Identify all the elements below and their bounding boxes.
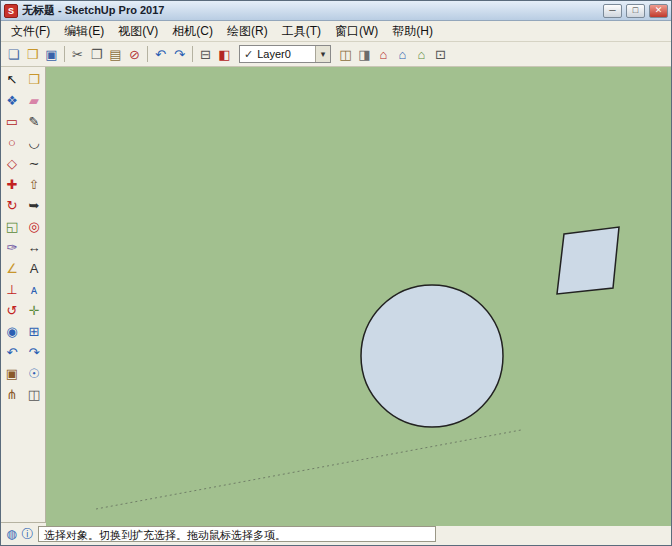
section-plane-tool[interactable]: ◫ [23,384,45,405]
menu-file[interactable]: 文件(F) [4,22,57,41]
sketchup-window: S 无标题 - SketchUp Pro 2017 ─ □ ✕ 文件(F)编辑(… [0,0,672,546]
share-model-icon[interactable]: ⌂ [393,45,412,64]
scale-tool[interactable]: ◱ [1,216,23,237]
arc-tool[interactable]: ◡ [23,132,45,153]
status-tip: 选择对象。切换到扩充选择。拖动鼠标选择多项。 [38,526,436,542]
follow-me-tool[interactable]: ➥ [23,195,45,216]
move-tool[interactable]: ✚ [1,174,23,195]
circle-shape[interactable] [361,285,503,427]
components-icon[interactable]: ◫ [336,45,355,64]
rectangle-tool[interactable]: ▭ [1,111,23,132]
zoom-extents-tool[interactable]: ⊞ [23,321,45,342]
next-view-tool[interactable]: ↷ [23,342,45,363]
make-component-tool[interactable]: ❒ [23,69,45,90]
sketchup-logo-icon: S [4,4,18,18]
new-button[interactable]: ❏ [4,45,23,64]
toolbar-separator [64,46,65,62]
3d-warehouse-icon[interactable]: ⌂ [374,45,393,64]
active-layer-check-icon: ✓ [244,48,253,61]
line-tool[interactable]: ✎ [23,111,45,132]
toolbar-separator [147,46,148,62]
save-button[interactable]: ▣ [42,45,61,64]
position-camera-tool[interactable]: ▣ [1,363,23,384]
print-button[interactable]: ⊟ [196,45,215,64]
minimize-button[interactable]: ─ [603,4,622,18]
circle-tool[interactable]: ○ [1,132,23,153]
paint-bucket-tool[interactable]: ❖ [1,90,23,111]
orbit-tool[interactable]: ↺ [1,300,23,321]
square-shape[interactable] [557,227,619,294]
main-area: ↖❒❖▰▭✎○◡◇∼✚⇧↻➥◱◎✑↔∠A⊥ᴀ↺✛◉⊞↶↷▣☉⋔◫ [1,67,671,522]
menu-edit[interactable]: 编辑(E) [57,22,111,41]
model-info-icon[interactable]: ⊡ [431,45,450,64]
menu-draw[interactable]: 绘图(R) [220,22,275,41]
eraser-tool[interactable]: ▰ [23,90,45,111]
close-button[interactable]: ✕ [649,4,668,18]
push-pull-tool[interactable]: ⇧ [23,174,45,195]
menu-view[interactable]: 视图(V) [111,22,165,41]
layers-manager-button[interactable]: ◧ [215,45,234,64]
zoom-tool[interactable]: ◉ [1,321,23,342]
chevron-down-icon[interactable]: ▾ [315,46,330,62]
layer-combo[interactable]: ✓Layer0▾ [239,45,331,63]
canvas[interactable] [46,67,672,526]
erase-button[interactable]: ⊘ [125,45,144,64]
select-tool[interactable]: ↖ [1,69,23,90]
protractor-tool[interactable]: ∠ [1,258,23,279]
pan-tool[interactable]: ✛ [23,300,45,321]
title-bar: S 无标题 - SketchUp Pro 2017 ─ □ ✕ [1,1,671,21]
text-tool[interactable]: A [23,258,45,279]
axes-tool[interactable]: ⊥ [1,279,23,300]
previous-view-tool[interactable]: ↶ [1,342,23,363]
undo-button[interactable]: ↶ [151,45,170,64]
offset-tool[interactable]: ◎ [23,216,45,237]
ground [46,67,672,526]
open-button[interactable]: ❒ [23,45,42,64]
menu-bar: 文件(F)编辑(E)视图(V)相机(C)绘图(R)工具(T)窗口(W)帮助(H) [1,21,671,42]
canvas-area [46,67,671,522]
look-around-tool[interactable]: ☉ [23,363,45,384]
freehand-tool[interactable]: ∼ [23,153,45,174]
window-title: 无标题 - SketchUp Pro 2017 [22,3,599,18]
menu-camera[interactable]: 相机(C) [165,22,220,41]
cut-button[interactable]: ✂ [68,45,87,64]
tape-measure-tool[interactable]: ✑ [1,237,23,258]
menu-tools[interactable]: 工具(T) [275,22,328,41]
menu-window[interactable]: 窗口(W) [328,22,385,41]
copy-button[interactable]: ❐ [87,45,106,64]
status-icons: ◍ⓘ [4,527,35,542]
styles-icon[interactable]: ◨ [355,45,374,64]
dimension-tool[interactable]: ↔ [23,237,45,258]
geolocation-icon[interactable]: ◍ [4,527,19,542]
main-toolbar: ❏❒▣✂❐▤⊘↶↷⊟◧✓Layer0▾◫◨⌂⌂⌂⊡ [1,42,671,67]
3d-text-tool[interactable]: ᴀ [23,279,45,300]
layer-combo-value: Layer0 [257,48,291,60]
redo-button[interactable]: ↷ [170,45,189,64]
walk-tool[interactable]: ⋔ [1,384,23,405]
maximize-button[interactable]: □ [626,4,645,18]
credits-icon[interactable]: ⓘ [20,527,35,542]
rotate-tool[interactable]: ↻ [1,195,23,216]
polygon-tool[interactable]: ◇ [1,153,23,174]
menu-help[interactable]: 帮助(H) [385,22,440,41]
extension-warehouse-icon[interactable]: ⌂ [412,45,431,64]
tool-palette: ↖❒❖▰▭✎○◡◇∼✚⇧↻➥◱◎✑↔∠A⊥ᴀ↺✛◉⊞↶↷▣☉⋔◫ [1,67,46,522]
toolbar-separator [192,46,193,62]
paste-button[interactable]: ▤ [106,45,125,64]
